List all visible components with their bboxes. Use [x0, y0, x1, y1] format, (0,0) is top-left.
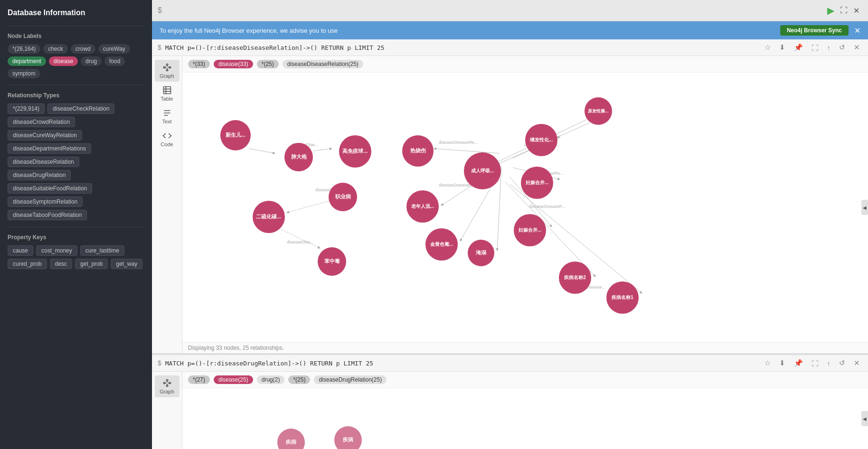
- prop-cause[interactable]: cause: [8, 245, 33, 256]
- result-tag2-all-27[interactable]: *(27): [188, 375, 210, 384]
- prop-desc[interactable]: desc: [50, 259, 72, 269]
- query-expand-2[interactable]: ⛶: [809, 358, 821, 368]
- svg-point-2: [169, 66, 170, 68]
- query-close-2[interactable]: ✕: [851, 358, 862, 368]
- node2-1[interactable]: 疾病: [277, 429, 305, 449]
- query-dollar-1: $: [158, 44, 161, 51]
- node-laonian[interactable]: 老年人流...: [406, 190, 439, 223]
- node2-2[interactable]: 疾病: [334, 426, 362, 449]
- node-gao[interactable]: 高免疫球...: [339, 135, 371, 168]
- rel-crowd[interactable]: diseaseCrowdRelation: [8, 117, 75, 127]
- svg-point-0: [163, 66, 165, 68]
- query-text-1[interactable]: MATCH p=()-[r:diseaseDiseaseRelation]->(…: [165, 44, 758, 51]
- query-up-1[interactable]: ↑: [825, 43, 833, 53]
- node-chengren[interactable]: 成人呼吸...: [464, 152, 501, 189]
- result-tag2-all-25[interactable]: *(25): [288, 375, 310, 384]
- graph-content-2: *(27) disease(25) drug(2) *(25) diseaseD…: [182, 372, 868, 449]
- result-tag2-disease-25[interactable]: disease(25): [214, 375, 253, 384]
- prop-cost-money[interactable]: cost_money: [36, 245, 77, 256]
- node-yanlu[interactable]: 淹溺: [468, 240, 494, 266]
- node-fei[interactable]: 肺大疱: [284, 143, 313, 171]
- code-label: Code: [160, 141, 173, 147]
- prop-get-prob[interactable]: get_prob: [75, 259, 108, 269]
- query-expand-1[interactable]: ⛶: [809, 43, 821, 53]
- node-xinsheng[interactable]: 新生儿...: [220, 120, 251, 150]
- node-reshao[interactable]: 热烧伤: [402, 135, 434, 167]
- result-tag2-drug-2[interactable]: drug(2): [257, 375, 285, 384]
- tag-symptom[interactable]: symptom: [8, 69, 40, 78]
- query-star-1[interactable]: ☆: [762, 42, 773, 53]
- tag-check[interactable]: check: [43, 44, 67, 54]
- query-text-2[interactable]: MATCH p=()-[r:diseaseDrugRelation]->() R…: [165, 360, 758, 367]
- run-button[interactable]: ▶: [824, 3, 837, 18]
- query-download-1[interactable]: ⬇: [777, 42, 788, 53]
- svg-text:diseaseDiseaseRe...: diseaseDiseaseRe...: [439, 140, 478, 145]
- prop-get-way[interactable]: get_way: [111, 259, 142, 269]
- node-jibing2[interactable]: 疾病名称2: [559, 262, 591, 294]
- rel-symptom[interactable]: diseaseSymptomRelation: [8, 196, 83, 207]
- rel-cureway[interactable]: diseaseCureWayRelation: [8, 130, 82, 140]
- tag-food[interactable]: food: [104, 56, 125, 66]
- rel-drug[interactable]: diseaseDrugRelation: [8, 170, 71, 180]
- query-pin-2[interactable]: 📌: [792, 358, 805, 368]
- result-tag-all-25[interactable]: *(25): [257, 60, 279, 68]
- rel-taboo-food[interactable]: diseaseTabooFoodRelation: [8, 210, 87, 220]
- query-download-2[interactable]: ⬇: [777, 358, 788, 368]
- query-refresh-1[interactable]: ↺: [837, 42, 848, 53]
- svg-line-12: [249, 149, 275, 153]
- code-view-button[interactable]: Code: [155, 128, 179, 150]
- rel-department[interactable]: diseaseDepartmentRelations: [8, 143, 91, 154]
- node-yuanfa[interactable]: 原发性脑...: [585, 97, 612, 125]
- query-star-2[interactable]: ☆: [762, 358, 773, 368]
- notif-sync-button[interactable]: Neo4j Browser Sync: [780, 25, 849, 36]
- query-close-1[interactable]: ✕: [851, 42, 862, 53]
- rel-all[interactable]: *(229,914): [8, 103, 45, 114]
- graph-area-2[interactable]: 疾病 疾病 ◀: [182, 388, 868, 449]
- table-view-button[interactable]: Table: [155, 83, 179, 104]
- rel-check[interactable]: diseaseCheckRelation: [47, 103, 114, 114]
- query-panel-2: $ MATCH p=()-[r:diseaseDrugRelation]->()…: [152, 354, 868, 449]
- node-renzhen2[interactable]: 妊娠合并...: [514, 214, 546, 246]
- result-tag-all-33[interactable]: *(33): [188, 60, 210, 68]
- notif-close-button[interactable]: ✕: [854, 26, 860, 35]
- node-ben[interactable]: 苯中毒: [318, 247, 346, 276]
- rel-suitable-food[interactable]: diseaseSuitableFoodRelation: [8, 183, 92, 194]
- node-erliu[interactable]: 二硫化碳...: [253, 201, 285, 233]
- node-jifaxing[interactable]: 继发性化...: [525, 124, 557, 156]
- svg-point-3: [166, 69, 168, 71]
- node-renzhen1[interactable]: 妊娠合并...: [521, 167, 553, 199]
- query-refresh-2[interactable]: ↺: [837, 358, 848, 368]
- collapse-arrow-2[interactable]: ◀: [861, 411, 868, 426]
- query-header-1: $ MATCH p=()-[r:diseaseDiseaseRelation]-…: [152, 39, 868, 56]
- prop-cured-prob[interactable]: cured_prob: [8, 259, 47, 269]
- collapse-arrow-1[interactable]: ◀: [861, 200, 868, 215]
- result-tag2-rel-25[interactable]: diseaseDrugRelation(25): [314, 375, 387, 384]
- top-bar-dollar: $: [158, 6, 162, 15]
- result-tags-1: *(33) disease(33) *(25) diseaseDiseaseRe…: [182, 56, 868, 73]
- rel-disease[interactable]: diseaseDiseaseRelation: [8, 157, 79, 167]
- node-jin[interactable]: 金黄色葡...: [425, 228, 458, 261]
- notification-bar: To enjoy the full Neo4j Browser experien…: [152, 21, 868, 39]
- tag-crowd[interactable]: crowd: [71, 44, 95, 54]
- tag-drug[interactable]: drug: [81, 56, 102, 66]
- node-jibing1[interactable]: 疾病名称1: [606, 281, 639, 314]
- query-pin-1[interactable]: 📌: [792, 42, 805, 53]
- graph-view-button[interactable]: Graph: [155, 60, 179, 82]
- query-up-2[interactable]: ↑: [825, 358, 833, 368]
- tag-disease[interactable]: disease: [49, 56, 78, 66]
- tag-all-nodes[interactable]: *(26,164): [8, 44, 40, 54]
- result-tag-rel-25[interactable]: diseaseDiseaseRelation(25): [283, 60, 363, 68]
- tag-department[interactable]: department: [8, 56, 46, 66]
- sidebar-title: Database Information: [8, 9, 144, 17]
- graph-area-1[interactable]: diseaseDise... diseaseDise... diseaseDis…: [182, 73, 868, 342]
- maximize-button[interactable]: ⛶: [837, 4, 850, 17]
- main-content: $ ▶ ⛶ ✕ To enjoy the full Neo4j Browser …: [152, 0, 868, 449]
- node-zhiye[interactable]: 职业病: [329, 183, 357, 211]
- close-top-button[interactable]: ✕: [850, 4, 862, 17]
- text-view-button[interactable]: Text: [155, 105, 179, 127]
- result-tag-disease-33[interactable]: disease(33): [214, 60, 253, 68]
- graph-view-button-2[interactable]: Graph: [155, 375, 179, 397]
- tag-cureway[interactable]: cureWay: [98, 44, 130, 54]
- prop-keys-list: cause cost_money cure_lasttime cured_pro…: [8, 245, 144, 269]
- prop-cure-lasttime[interactable]: cure_lasttime: [80, 245, 124, 256]
